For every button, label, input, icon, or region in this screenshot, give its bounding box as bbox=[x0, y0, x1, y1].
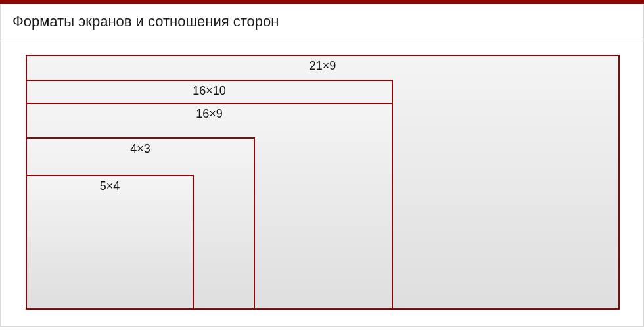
page-title: Форматы экранов и сотношения сторон bbox=[0, 4, 644, 41]
ratio-box-5x4: 5×4 bbox=[26, 175, 194, 310]
diagram-area: 21×9 16×10 16×9 4×3 5×4 bbox=[0, 41, 644, 327]
ratio-canvas: 21×9 16×10 16×9 4×3 5×4 bbox=[26, 55, 620, 310]
